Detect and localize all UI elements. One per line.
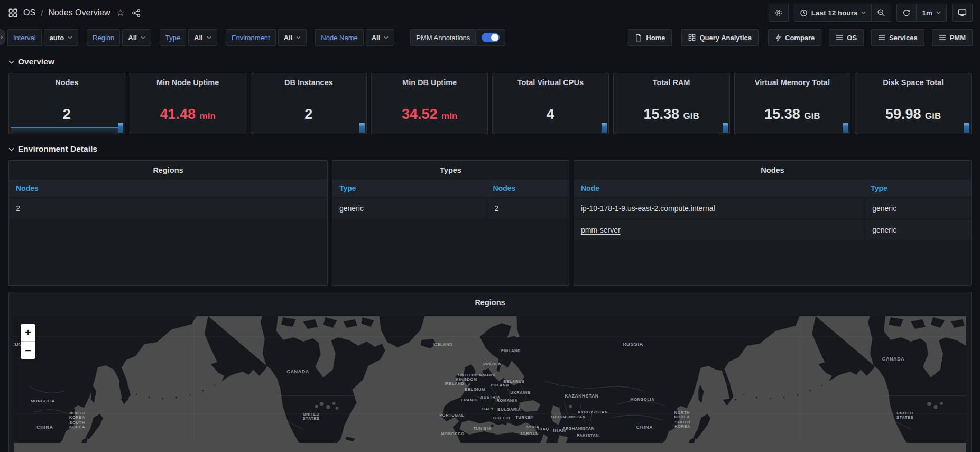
refresh-interval-picker[interactable]: 1m <box>917 4 947 22</box>
dashboards-grid-icon[interactable] <box>7 7 19 19</box>
variable-environment-label: Environment <box>226 29 276 46</box>
types-table-panel: Types Type Nodes generic 2 <box>332 160 569 286</box>
stat-panel-min-db-uptime[interactable]: Min DB Uptime 34.52 min <box>371 73 488 134</box>
section-environment-title: Environment Details <box>18 144 97 154</box>
dashboard-controls: Last 12 hours 1m <box>769 4 973 22</box>
column-header-node[interactable]: Node <box>574 184 864 192</box>
kiosk-mode-button[interactable] <box>952 4 973 22</box>
variable-node-name-select[interactable]: All <box>366 29 395 46</box>
svg-text:POLAND: POLAND <box>491 383 509 388</box>
variable-region-select[interactable]: All <box>122 29 151 46</box>
column-header-nodes[interactable]: Nodes <box>9 184 327 192</box>
refresh-icon <box>902 8 911 17</box>
nav-compare-button[interactable]: Compare <box>768 29 821 46</box>
table-row: 2 <box>9 198 327 218</box>
stat-panel-db-instances[interactable]: DB Instances 2 <box>251 73 367 134</box>
sparkline-end <box>964 123 969 133</box>
nav-pmm-button[interactable]: PMM <box>932 29 973 46</box>
column-header-type[interactable]: Type <box>864 184 969 192</box>
share-icon[interactable] <box>131 7 142 19</box>
sparkline-end <box>359 123 365 133</box>
section-overview[interactable]: Overview <box>8 56 972 68</box>
svg-text:BULGARIA: BULGARIA <box>497 407 521 412</box>
pmm-annotations-label: PMM Annotations <box>410 29 476 46</box>
svg-text:PORTUGAL: PORTUGAL <box>439 413 464 418</box>
bolt-icon <box>775 34 781 42</box>
variable-node-name-label: Node Name <box>315 29 363 46</box>
svg-text:KOREA: KOREA <box>674 414 690 419</box>
breadcrumb-section[interactable]: OS <box>23 8 35 17</box>
breadcrumb-separator: / <box>40 8 43 17</box>
nav-services-button[interactable]: Services <box>871 29 924 46</box>
svg-text:STATES: STATES <box>303 416 320 421</box>
stat-panel-disk-space-total[interactable]: Disk Space Total 59.98 GiB <box>855 73 972 134</box>
map-zoom-out-button[interactable]: − <box>21 342 35 359</box>
time-range-label: Last 12 hours <box>811 9 858 17</box>
table-row: ip-10-178-1-9.us-east-2.compute.internal… <box>574 198 971 218</box>
nav-home-button[interactable]: Home <box>628 29 672 46</box>
variable-node-name: Node Name All <box>315 29 394 46</box>
stat-panel-virtual-memory-total[interactable]: Virtual Memory Total 15.38 GiB <box>734 73 851 134</box>
column-header-type[interactable]: Type <box>332 184 486 192</box>
map-zoom-in-button[interactable]: + <box>21 324 35 342</box>
chevron-down-icon <box>8 60 14 64</box>
regions-map-panel: Regions + − <box>8 292 972 452</box>
breadcrumb-page-title: Nodes Overview <box>48 8 110 17</box>
svg-text:FRANCE: FRANCE <box>461 398 479 402</box>
panel-title: Types <box>332 161 569 180</box>
time-range-picker[interactable]: Last 12 hours <box>794 4 872 22</box>
clock-icon <box>800 9 808 17</box>
nav-query-analytics-button[interactable]: Query Analytics <box>681 29 759 46</box>
node-link[interactable]: ip-10-178-1-9.us-east-2.compute.internal <box>581 204 715 213</box>
svg-text:KOREA: KOREA <box>69 425 85 429</box>
panel-title: Regions <box>9 292 971 312</box>
pmm-annotations-toggle[interactable] <box>482 33 500 42</box>
svg-text:KYRGYZSTAN: KYRGYZSTAN <box>578 410 608 414</box>
monitor-icon <box>958 8 967 17</box>
table-header-row: Type Nodes <box>332 180 569 197</box>
chevron-down-icon <box>68 36 72 39</box>
variable-type: Type All <box>160 29 217 46</box>
svg-text:ROMANIA: ROMANIA <box>497 398 518 403</box>
pmm-annotations-control: PMM Annotations <box>410 29 505 46</box>
stat-panel-total-virtual-cpus[interactable]: Total Virtual CPUs 4 <box>492 73 609 134</box>
section-environment-details[interactable]: Environment Details <box>8 143 972 155</box>
variable-environment: Environment All <box>226 29 307 46</box>
refresh-button[interactable] <box>896 4 917 22</box>
nav-os-button[interactable]: OS <box>829 29 864 46</box>
stat-panel-nodes[interactable]: Nodes 2 <box>8 73 125 134</box>
favorite-star-icon[interactable]: ☆ <box>115 7 126 19</box>
table-row: pmm-server generic <box>574 220 971 240</box>
menu-icon <box>939 34 946 41</box>
sparkline-end <box>723 123 728 133</box>
pmm-annotations-toggle-box <box>476 29 505 46</box>
svg-text:ITALY: ITALY <box>482 407 494 411</box>
dashboard-settings-button[interactable] <box>769 4 789 22</box>
map-zoom-controls: + − <box>21 324 35 359</box>
variable-type-select[interactable]: All <box>188 29 217 46</box>
column-header-nodes[interactable]: Nodes <box>486 184 567 192</box>
variable-region-label: Region <box>87 29 120 46</box>
stat-panel-total-ram[interactable]: Total RAM 15.38 GiB <box>613 73 730 134</box>
variable-interval-select[interactable]: auto <box>44 29 78 46</box>
svg-text:TUNISIA: TUNISIA <box>473 426 491 431</box>
svg-text:PAKISTAN: PAKISTAN <box>577 433 599 438</box>
svg-text:CHINA: CHINA <box>36 425 53 430</box>
variable-region: Region All <box>87 29 151 46</box>
world-map[interactable]: + − <box>14 316 966 452</box>
table-header-row: Node Type <box>574 180 971 197</box>
svg-text:UKRAINE: UKRAINE <box>510 390 530 395</box>
breadcrumb: OS / Nodes Overview ☆ <box>7 7 142 19</box>
svg-text:FINLAND: FINLAND <box>501 348 521 353</box>
svg-text:MONGOLIA: MONGOLIA <box>31 399 55 403</box>
filter-bar: Interval auto Region All Type All Enviro… <box>0 28 980 47</box>
chevron-down-icon <box>936 11 941 14</box>
node-link[interactable]: pmm-server <box>581 226 621 234</box>
svg-text:ICELAND: ICELAND <box>433 342 452 347</box>
gear-icon <box>774 8 783 17</box>
chevron-down-icon <box>384 36 389 39</box>
zoom-out-time-button[interactable] <box>872 4 891 22</box>
variable-environment-select[interactable]: All <box>278 29 307 46</box>
top-bar: OS / Nodes Overview ☆ Last 12 hours <box>0 0 980 25</box>
stat-panel-min-node-uptime[interactable]: Min Node Uptime 41.48 min <box>130 73 246 134</box>
